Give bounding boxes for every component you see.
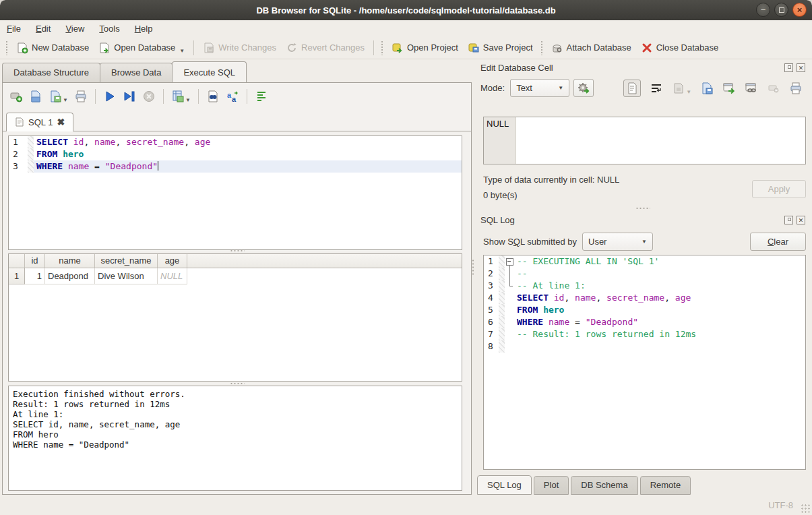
save-results-dropdown-icon[interactable]: ▼: [185, 97, 191, 103]
cell-secret-name[interactable]: Dive Wilson: [95, 268, 158, 284]
cell-editor-area[interactable]: [516, 117, 805, 164]
cell-id[interactable]: 1: [25, 268, 45, 284]
save-sql-file-button[interactable]: ▼: [49, 90, 68, 103]
sql-tab[interactable]: SQL 1 ✖: [6, 113, 73, 131]
cell-value-editor[interactable]: NULL: [483, 117, 806, 164]
toolbar-drag-handle[interactable]: [540, 40, 544, 55]
column-header-id[interactable]: id: [25, 254, 45, 268]
toggle-comment-icon[interactable]: [255, 90, 268, 103]
panel-splitter[interactable]: [472, 259, 474, 275]
open-sql-file-icon[interactable]: [29, 90, 42, 103]
editor-margin: [499, 328, 505, 340]
table-row[interactable]: 1 1 Deadpond Dive Wilson NULL: [9, 268, 462, 284]
minimize-icon: −: [761, 5, 766, 14]
float-icon: [788, 65, 791, 69]
app-window: DB Browser for SQLite - /home/user/code/…: [0, 0, 812, 515]
copy-link-icon[interactable]: [745, 82, 758, 95]
tab-database-structure[interactable]: Database Structure: [2, 63, 100, 82]
editor-line: 3 WHERE name = "Deadpond": [9, 160, 462, 173]
close-dock-button[interactable]: ✕: [797, 63, 805, 72]
save-project-button[interactable]: Save Project: [463, 39, 538, 57]
open-database-dropdown-icon[interactable]: ▼: [179, 48, 185, 54]
revert-changes-button: Revert Changes: [281, 39, 369, 57]
sql-toolbar: ▼ ▼ aa: [3, 83, 471, 108]
execute-all-icon[interactable]: [103, 90, 117, 103]
close-database-button[interactable]: Close Database: [636, 39, 724, 57]
apply-settings-button[interactable]: [573, 79, 594, 97]
results-grid[interactable]: id name secret_name age 1 1 Deadpond Div…: [8, 253, 462, 382]
print-sql-icon[interactable]: [74, 90, 88, 103]
cell-age[interactable]: NULL: [158, 268, 187, 284]
sql-editor[interactable]: 1 SELECT id, name, secret_name, age 2 FR…: [8, 135, 462, 250]
write-changes-button: Write Changes: [198, 39, 281, 57]
toolbar-drag-handle[interactable]: [5, 40, 9, 55]
dock-tab-remote[interactable]: Remote: [640, 476, 691, 495]
dock-tab-plot[interactable]: Plot: [534, 476, 569, 495]
sql-log-title: SQL Log: [480, 215, 784, 225]
new-sql-tab-icon[interactable]: [9, 90, 23, 103]
editor-margin: [499, 255, 505, 268]
clear-log-button[interactable]: Clear: [750, 233, 806, 251]
new-database-button[interactable]: New Database: [11, 39, 94, 57]
editor-margin: [499, 280, 505, 292]
tab-execute-sql[interactable]: Execute SQL: [172, 61, 247, 82]
float-dock-button[interactable]: [784, 63, 793, 72]
float-dock-button[interactable]: [784, 216, 793, 224]
find-replace-icon[interactable]: [206, 90, 220, 103]
text-mode-button[interactable]: [623, 80, 641, 97]
submitted-by-combobox[interactable]: User ▼: [582, 233, 653, 251]
line-number: 8: [484, 340, 499, 353]
toolbar-drag-handle[interactable]: [381, 40, 384, 55]
left-panel: Database Structure Browse Data Execute S…: [0, 60, 474, 495]
resize-grip[interactable]: [801, 504, 810, 513]
menu-tools[interactable]: Tools: [99, 24, 119, 34]
execution-message-box[interactable]: Execution finished without errors. Resul…: [8, 386, 462, 491]
combo-arrow-icon: ▼: [558, 85, 563, 91]
column-header-age[interactable]: age: [158, 254, 187, 268]
editor-results-splitter[interactable]: [230, 249, 245, 252]
save-results-button[interactable]: ▼: [171, 90, 191, 103]
sql-log-editor[interactable]: 1-- EXECUTING ALL IN 'SQL 1' 2-- 3-- At …: [483, 255, 806, 470]
save-sql-file-icon: [49, 90, 62, 103]
row-number[interactable]: 1: [9, 268, 25, 284]
word-wrap-icon[interactable]: [650, 82, 663, 95]
menu-file[interactable]: File: [7, 24, 21, 34]
export-cell-icon[interactable]: [722, 82, 736, 95]
sql-tab-close-icon[interactable]: ✖: [57, 117, 65, 127]
fold-marker[interactable]: [505, 255, 514, 268]
dock-tab-sql-log[interactable]: SQL Log: [477, 475, 532, 495]
close-button[interactable]: ×: [792, 3, 807, 17]
attach-database-button[interactable]: Attach Database: [546, 39, 636, 57]
open-project-button[interactable]: Open Project: [387, 39, 463, 57]
import-dropdown-icon: ▼: [686, 89, 691, 95]
menu-help[interactable]: Help: [135, 24, 153, 34]
dock-tab-db-schema[interactable]: DB Schema: [571, 476, 637, 495]
print-cell-icon[interactable]: [789, 82, 803, 95]
corner-header-cell[interactable]: [9, 254, 25, 268]
tab-browse-data[interactable]: Browse Data: [100, 63, 173, 82]
column-header-secret-name[interactable]: secret_name: [95, 254, 158, 268]
close-dock-button[interactable]: ✕: [797, 216, 805, 224]
editor-margin: [499, 268, 505, 280]
menu-edit[interactable]: Edit: [36, 24, 51, 34]
auto-format-icon[interactable]: aa: [226, 90, 239, 103]
open-database-button[interactable]: Open Database ▼: [94, 39, 189, 57]
execution-message-text: Execution finished without errors. Resul…: [13, 389, 458, 450]
minimize-button[interactable]: −: [756, 3, 770, 17]
maximize-button[interactable]: [774, 3, 788, 17]
save-sql-dropdown-icon[interactable]: ▼: [63, 97, 68, 103]
results-message-splitter[interactable]: [230, 382, 245, 385]
mode-combobox[interactable]: Text ▼: [510, 79, 569, 97]
mode-label: Mode:: [480, 83, 505, 93]
dock-splitter[interactable]: [635, 207, 650, 210]
editor-margin: [28, 148, 34, 160]
log-line: WHERE name = "Deadpond": [514, 316, 805, 328]
save-cell-as-icon[interactable]: [700, 82, 714, 95]
titlebar[interactable]: DB Browser for SQLite - /home/user/code/…: [0, 0, 812, 20]
cell-name[interactable]: Deadpond: [45, 268, 95, 284]
main-tab-bar: Database Structure Browse Data Execute S…: [2, 61, 246, 82]
column-header-name[interactable]: name: [45, 254, 95, 268]
menu-view[interactable]: View: [65, 24, 84, 34]
execute-current-line-icon[interactable]: [123, 90, 136, 103]
editor-line: 1 SELECT id, name, secret_name, age: [9, 136, 462, 148]
